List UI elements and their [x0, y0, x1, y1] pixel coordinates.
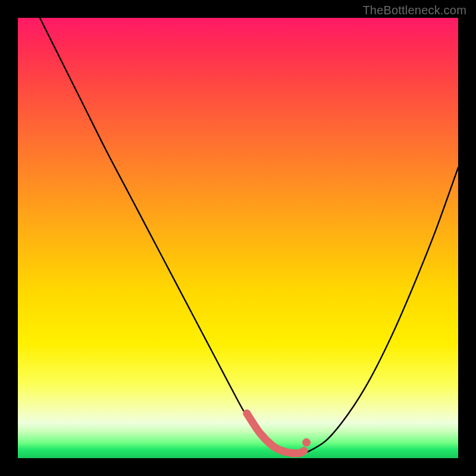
- chart-stage: TheBottleneck.com: [0, 0, 476, 476]
- attribution-text: TheBottleneck.com: [362, 4, 466, 17]
- plot-area: [18, 18, 458, 458]
- bottleneck-curve: [40, 18, 458, 456]
- optimal-range-marker: [247, 414, 304, 453]
- optimal-range-end-dot: [302, 439, 311, 447]
- curve-layer: [18, 18, 458, 458]
